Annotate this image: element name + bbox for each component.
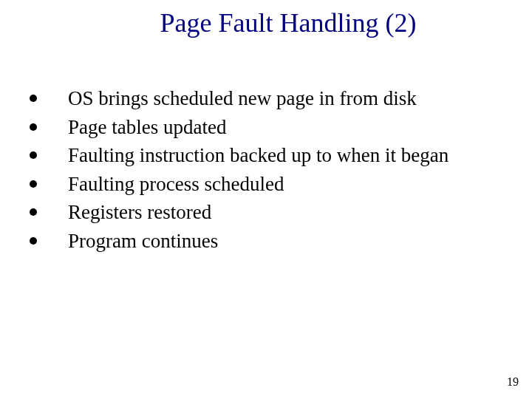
bullet-icon	[30, 180, 37, 188]
bullet-icon	[30, 95, 37, 102]
bullet-icon	[30, 237, 37, 245]
list-item: Faulting process scheduled	[30, 171, 532, 197]
list-item-text: OS brings scheduled new page in from dis…	[68, 86, 417, 112]
list-item-text: Page tables updated	[68, 115, 226, 140]
bullet-icon	[30, 208, 37, 216]
bullet-icon	[30, 123, 37, 131]
list-item-text: Faulting instruction backed up to when i…	[68, 143, 449, 168]
page-number: 19	[507, 375, 519, 389]
bullet-list: OS brings scheduled new page in from dis…	[30, 86, 532, 253]
list-item: Program continues	[30, 228, 532, 254]
list-item-text: Faulting process scheduled	[68, 171, 284, 197]
list-item: Faulting instruction backed up to when i…	[30, 143, 532, 168]
list-item-text: Registers restored	[68, 200, 211, 225]
bullet-icon	[30, 151, 37, 159]
slide-title: Page Fault Handling (2)	[0, 0, 532, 38]
list-item: Registers restored	[30, 200, 532, 225]
list-item: Page tables updated	[30, 115, 532, 140]
list-item: OS brings scheduled new page in from dis…	[30, 86, 532, 112]
list-item-text: Program continues	[68, 228, 218, 254]
